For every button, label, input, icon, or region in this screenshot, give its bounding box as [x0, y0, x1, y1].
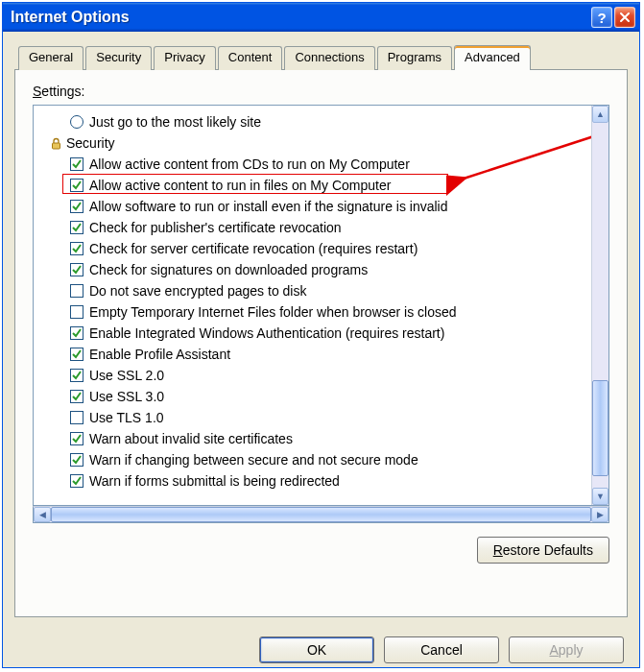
tab-privacy[interactable]: Privacy [154, 46, 216, 70]
list-item[interactable]: Allow software to run or install even if… [37, 196, 587, 217]
list-item-label: Warn if forms submittal is being redirec… [89, 473, 340, 489]
window-title: Internet Options [11, 9, 589, 26]
checkbox-icon [70, 326, 83, 340]
list-item[interactable]: Check for server certificate revocation … [37, 238, 587, 259]
list-item[interactable]: Check for publisher's certificate revoca… [37, 217, 587, 238]
tab-strip: GeneralSecurityPrivacyContentConnections… [18, 45, 628, 69]
checkbox-icon [70, 263, 83, 276]
tab-advanced[interactable]: Advanced [454, 45, 531, 69]
checkbox-icon [70, 157, 83, 171]
list-item[interactable]: Enable Integrated Windows Authentication… [37, 323, 587, 344]
checkbox-icon [70, 305, 83, 319]
lock-icon [49, 136, 62, 150]
scroll-right-button[interactable]: ▶ [591, 507, 608, 522]
internet-options-dialog: Internet Options ? GeneralSecurityPrivac… [2, 2, 640, 668]
list-item[interactable]: Do not save encrypted pages to disk [37, 280, 587, 301]
scroll-up-button[interactable]: ▲ [592, 106, 608, 123]
tab-programs[interactable]: Programs [377, 46, 452, 70]
client-area: GeneralSecurityPrivacyContentConnections… [3, 32, 639, 627]
checkbox-icon [70, 200, 83, 213]
list-item[interactable]: Enable Profile Assistant [37, 344, 587, 365]
tab-connections[interactable]: Connections [284, 46, 374, 70]
list-item-label: Allow active content to run in files on … [89, 178, 391, 193]
tab-panel-advanced: Settings: Just go to the most likely sit… [14, 69, 628, 617]
svg-rect-0 [52, 143, 60, 149]
cancel-button[interactable]: Cancel [384, 636, 499, 663]
titlebar: Internet Options ? [3, 3, 639, 32]
checkbox-icon [70, 348, 83, 361]
tab-general[interactable]: General [18, 46, 83, 70]
list-item-label: Empty Temporary Internet Files folder wh… [89, 304, 457, 320]
list-item-label: Use TLS 1.0 [89, 410, 164, 425]
list-item-label: Enable Integrated Windows Authentication… [89, 325, 444, 341]
list-item[interactable]: Warn if changing between secure and not … [37, 449, 587, 470]
settings-listbox: Just go to the most likely siteSecurityA… [33, 105, 609, 506]
category-security[interactable]: Security [37, 132, 587, 154]
checkbox-icon [70, 411, 83, 424]
list-item[interactable]: Allow active content to run in files on … [37, 175, 587, 196]
list-item[interactable]: Use SSL 3.0 [37, 386, 587, 407]
list-item[interactable]: Check for signatures on downloaded progr… [37, 259, 587, 280]
checkbox-icon [70, 221, 83, 234]
horizontal-scrollbar[interactable]: ◀ ▶ [33, 506, 609, 523]
list-item-label: Check for publisher's certificate revoca… [89, 220, 342, 235]
list-item-label: Check for signatures on downloaded progr… [89, 262, 368, 277]
tab-content[interactable]: Content [218, 46, 283, 70]
dialog-button-row: OK Cancel Apply [3, 627, 639, 667]
list-item-label: Just go to the most likely site [89, 114, 261, 130]
scroll-down-button[interactable]: ▼ [592, 488, 608, 505]
list-item[interactable]: Empty Temporary Internet Files folder wh… [37, 301, 587, 323]
help-button[interactable]: ? [591, 7, 612, 28]
checkbox-icon [70, 284, 83, 298]
scroll-track[interactable] [592, 123, 608, 488]
checkbox-icon [70, 474, 83, 488]
ok-button[interactable]: OK [259, 636, 374, 663]
list-item-label: Allow active content from CDs to run on … [89, 156, 410, 172]
apply-button[interactable]: Apply [509, 636, 624, 663]
close-button[interactable] [614, 7, 635, 28]
list-item[interactable]: Use SSL 2.0 [37, 365, 587, 386]
list-item-radio[interactable]: Just go to the most likely site [37, 111, 587, 132]
list-item-label: Check for server certificate revocation … [89, 241, 417, 256]
list-item-label: Enable Profile Assistant [89, 347, 230, 362]
hscroll-thumb[interactable] [51, 507, 591, 522]
checkbox-icon [70, 390, 83, 403]
radio-icon [70, 115, 83, 129]
settings-label: Settings: [33, 84, 609, 99]
list-item[interactable]: Use TLS 1.0 [37, 407, 587, 428]
category-label: Security [66, 135, 115, 151]
checkbox-icon [70, 453, 83, 467]
list-item[interactable]: Allow active content from CDs to run on … [37, 154, 587, 175]
checkbox-icon [70, 179, 83, 192]
checkbox-icon [70, 369, 83, 382]
settings-list-inner[interactable]: Just go to the most likely siteSecurityA… [34, 106, 591, 505]
tab-security[interactable]: Security [85, 46, 152, 70]
scroll-thumb[interactable] [592, 380, 608, 476]
vertical-scrollbar[interactable]: ▲ ▼ [591, 106, 608, 505]
scroll-left-button[interactable]: ◀ [34, 507, 51, 522]
list-item[interactable]: Warn about invalid site certificates [37, 428, 587, 449]
list-item-label: Use SSL 2.0 [89, 368, 164, 383]
restore-defaults-button[interactable]: Restore Defaults [477, 537, 609, 564]
list-item-label: Warn if changing between secure and not … [89, 452, 418, 468]
hscroll-track[interactable] [51, 507, 591, 522]
checkbox-icon [70, 242, 83, 255]
list-item-label: Do not save encrypted pages to disk [89, 283, 306, 299]
list-item-label: Warn about invalid site certificates [89, 431, 293, 446]
list-item[interactable]: Warn if forms submittal is being redirec… [37, 470, 587, 492]
list-item-label: Use SSL 3.0 [89, 389, 164, 404]
checkbox-icon [70, 432, 83, 445]
list-item-label: Allow software to run or install even if… [89, 199, 448, 214]
